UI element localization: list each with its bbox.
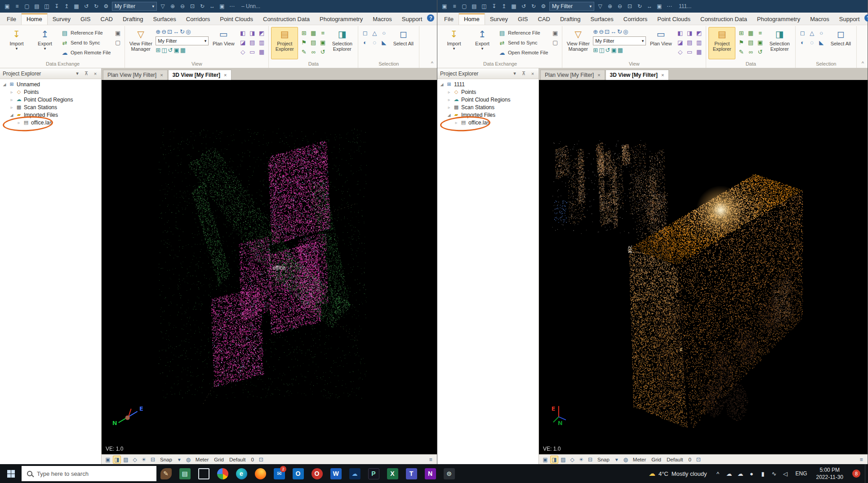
grid-view-icon[interactable]: ▦ (694, 47, 703, 56)
excel-icon[interactable]: X (383, 464, 402, 483)
orbit-icon[interactable]: ↻ (180, 28, 185, 35)
collapse-ribbon-icon[interactable]: ^ (431, 61, 433, 66)
tree-expander-icon[interactable]: ▹ (9, 105, 14, 110)
copy-icon[interactable]: ▣ (551, 28, 560, 37)
export-button[interactable]: ↥ Export ▾ (31, 27, 58, 59)
right-view-icon[interactable]: ▤ (248, 38, 257, 47)
pan-icon[interactable]: ↔ (645, 2, 654, 11)
wireframe-icon[interactable]: ◇ (131, 456, 139, 464)
tab-survey[interactable]: Survey (485, 13, 513, 25)
tab-surfaces[interactable]: Surfaces (586, 13, 619, 25)
pan-icon[interactable]: ↔ (610, 28, 616, 35)
tab-gis[interactable]: GIS (513, 13, 533, 25)
lighting-icon[interactable]: ☀ (577, 456, 585, 464)
orbit-icon[interactable]: ↻ (635, 2, 644, 11)
tab-support[interactable]: Support (834, 13, 865, 25)
export-icon[interactable]: ↥ (499, 2, 508, 11)
tab-home[interactable]: Home (21, 13, 48, 25)
pin-icon[interactable]: ⊼ (83, 71, 89, 76)
teams-tray-icon[interactable]: ● (746, 470, 757, 477)
outlook-icon[interactable]: O (289, 464, 307, 483)
tab-support[interactable]: Support (397, 13, 427, 25)
redo-icon[interactable]: ↻ (529, 2, 538, 11)
paste-icon[interactable]: ▢ (113, 38, 122, 47)
new-view-icon[interactable]: ⊞ (156, 47, 160, 53)
grid-view-icon[interactable]: ▦ (257, 47, 266, 56)
orbit-icon[interactable]: ↻ (198, 2, 207, 11)
add-filter-icon[interactable]: ▽ (596, 2, 605, 11)
shading-icon[interactable]: ◨ (550, 456, 558, 464)
view-filter-manager-button[interactable]: ▽ View Filter Manager (127, 27, 154, 59)
print-icon[interactable]: ▦ (72, 2, 81, 11)
tree-root[interactable]: ◢ ⊞ 1111 (437, 80, 539, 88)
taskbar-search[interactable]: Type here to search (22, 466, 156, 481)
project-explorer-button[interactable]: ▤ Project Explorer (271, 27, 298, 59)
settings-icon[interactable]: ⚙ (539, 2, 548, 11)
texture-icon[interactable]: ▨ (559, 456, 567, 464)
camera-icon[interactable]: ▣ (611, 47, 616, 53)
help-icon[interactable]: ? (427, 14, 434, 22)
zoom-out-icon[interactable]: ⊖ (615, 2, 624, 11)
tab-plan-view[interactable]: Plan View [My Filter] × (540, 70, 605, 80)
select-circle-icon[interactable]: ○ (379, 28, 388, 37)
undo-icon[interactable]: ↺ (82, 2, 91, 11)
tree-imported-files[interactable]: ◢ ▰ Imported Files (0, 111, 101, 119)
grid-settings-icon[interactable]: ⊡ (257, 456, 265, 464)
show-desktop-button[interactable] (865, 464, 868, 483)
tab-cad[interactable]: CAD (533, 13, 555, 25)
select-polygon-icon[interactable]: △ (807, 28, 816, 37)
tree-expander-icon[interactable]: ▹ (447, 97, 451, 102)
pan-icon[interactable]: ↔ (208, 2, 217, 11)
select-all-button[interactable]: ◻ Select All (827, 27, 854, 59)
left-view-icon[interactable]: ◪ (676, 38, 685, 47)
new-project-icon[interactable]: ▢ (22, 2, 31, 11)
reference-file-button[interactable]: ▤ Reference File (497, 29, 549, 37)
open-remote-file-button[interactable]: ☁ Open Remote File (497, 49, 549, 57)
app-logo-icon[interactable]: ▣ (440, 2, 449, 11)
pan-icon[interactable]: ↔ (173, 28, 179, 35)
tree-expander-icon[interactable]: ◢ (447, 113, 451, 117)
tree-expander-icon[interactable]: ▹ (447, 90, 451, 94)
background-icon[interactable]: ▦ (618, 47, 623, 53)
tab-gis[interactable]: GIS (76, 13, 95, 25)
tab-cad[interactable]: CAD (96, 13, 118, 25)
unit-label[interactable]: Meter (193, 457, 211, 462)
select-circle-icon[interactable]: ○ (817, 28, 826, 37)
history-icon[interactable]: ↺ (756, 47, 765, 56)
tree-office-las[interactable]: ▹ ▤ office.las (437, 119, 539, 126)
tree-expander-icon[interactable]: ▹ (17, 120, 21, 125)
status-menu-icon[interactable]: ≡ (427, 456, 435, 464)
zoom-in-icon[interactable]: ⊕ (593, 28, 598, 35)
chrome-icon[interactable] (213, 464, 232, 483)
view-filter-select[interactable]: My Filter ▾ (156, 36, 209, 45)
open-project-icon[interactable]: ▤ (470, 2, 479, 11)
tab-point-clouds[interactable]: Point Clouds (215, 13, 258, 25)
unit-label[interactable]: Meter (631, 457, 648, 462)
tab-corridors[interactable]: Corridors (619, 13, 652, 25)
teams-icon[interactable]: T (402, 464, 421, 483)
save-icon[interactable]: ◫ (480, 2, 489, 11)
tab-corridors[interactable]: Corridors (181, 13, 215, 25)
zoom-window-icon[interactable]: ⊡ (605, 28, 610, 35)
invert-selection-icon[interactable]: ◐ (798, 38, 807, 47)
left-view-icon[interactable]: ◪ (238, 38, 247, 47)
plan-view-button[interactable]: ▭ Plan View (647, 27, 674, 59)
grid-label[interactable]: Grid (212, 457, 226, 462)
zoom-window-icon[interactable]: ⊡ (167, 28, 172, 35)
battery-icon[interactable]: ▮ (757, 470, 768, 477)
tree-expander-icon[interactable]: ◢ (2, 82, 7, 87)
open-project-icon[interactable]: ▤ (32, 2, 41, 11)
tree-scan-stations[interactable]: ▹ ▩ Scan Stations (0, 103, 101, 111)
tab-drafting[interactable]: Drafting (555, 13, 586, 25)
link-icon[interactable]: ∞ (746, 47, 755, 56)
tree-points[interactable]: ▹ ◇ Points (0, 88, 101, 96)
add-data-icon[interactable]: ⊞ (299, 28, 308, 37)
plan-view-button[interactable]: ▭ Plan View (210, 27, 237, 59)
background-icon[interactable]: ▦ (180, 47, 186, 53)
app-logo-icon[interactable]: ▣ (3, 2, 12, 11)
edge-icon[interactable]: e (232, 464, 251, 483)
quick-filter-select[interactable]: My Filter ▾ (112, 2, 157, 11)
3d-viewport[interactable]: office VE: 1.0 (102, 80, 437, 454)
globe-icon[interactable]: ◍ (184, 456, 192, 464)
tab-construction-data[interactable]: Construction Data (695, 13, 752, 25)
